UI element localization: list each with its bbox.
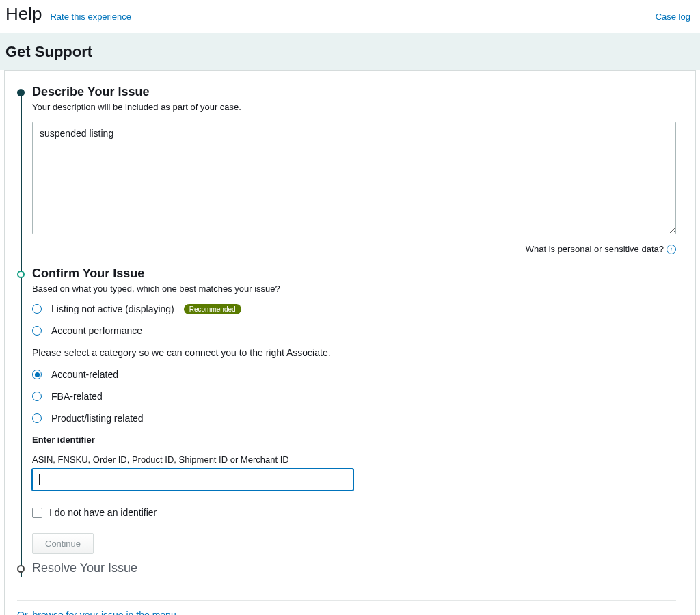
match-option-account-performance[interactable]: Account performance <box>32 325 676 336</box>
step-marker-filled-icon <box>17 89 25 96</box>
match-option-listing-not-active[interactable]: Listing not active (displaying) Recommen… <box>32 303 676 314</box>
footer-link-row: Or, browse for your issue in the menu <box>17 600 676 615</box>
identifier-input[interactable] <box>32 469 353 491</box>
step-marker-pending-icon <box>17 565 25 573</box>
step-describe-subtitle: Your description will be included as par… <box>32 102 676 112</box>
step-marker-active-icon <box>17 271 25 278</box>
step-connector-line <box>21 94 22 277</box>
radio-icon[interactable] <box>32 326 42 336</box>
identifier-sublabel: ASIN, FNSKU, Order ID, Product ID, Shipm… <box>32 454 676 465</box>
browse-menu-link[interactable]: Or, browse for your issue in the menu <box>17 610 176 615</box>
category-option-account-related[interactable]: Account-related <box>32 369 676 380</box>
header-left: Help Rate this experience <box>5 3 131 25</box>
radio-label: FBA-related <box>51 391 103 402</box>
no-identifier-checkbox[interactable] <box>32 508 42 518</box>
steps-container: Describe Your Issue Your description wil… <box>17 85 676 575</box>
radio-label: Account performance <box>51 325 142 336</box>
step-connector-line <box>21 276 22 577</box>
page-title: Help <box>5 3 42 25</box>
category-option-product-listing-related[interactable]: Product/listing related <box>32 413 676 424</box>
radio-icon[interactable] <box>32 392 42 401</box>
step-resolve-title: Resolve Your Issue <box>32 561 676 575</box>
radio-icon[interactable] <box>32 304 42 314</box>
category-prompt: Please select a category so we can conne… <box>32 347 676 358</box>
radio-label: Listing not active (displaying) <box>51 303 174 314</box>
main-panel: Describe Your Issue Your description wil… <box>4 70 696 615</box>
issue-description-textarea[interactable] <box>32 122 676 234</box>
continue-button[interactable]: Continue <box>32 533 94 554</box>
step-resolve: Resolve Your Issue <box>17 561 676 575</box>
recommended-badge: Recommended <box>184 304 241 314</box>
radio-icon[interactable] <box>32 413 42 423</box>
step-confirm-subtitle: Based on what you typed, which one best … <box>32 284 676 294</box>
step-confirm-title: Confirm Your Issue <box>32 266 676 281</box>
identifier-label: Enter identifier <box>32 435 676 445</box>
text-caret-icon <box>39 474 40 485</box>
radio-icon[interactable] <box>32 370 42 379</box>
case-log-link[interactable]: Case log <box>656 12 690 22</box>
rate-experience-link[interactable]: Rate this experience <box>50 12 131 22</box>
sensitive-data-link[interactable]: What is personal or sensitive data? <box>526 244 664 254</box>
no-identifier-row[interactable]: I do not have an identifier <box>32 507 676 518</box>
no-identifier-label: I do not have an identifier <box>49 507 157 518</box>
sensitive-data-row: What is personal or sensitive data? i <box>32 244 676 254</box>
radio-label: Account-related <box>51 369 118 380</box>
step-describe: Describe Your Issue Your description wil… <box>17 85 676 266</box>
category-option-fba-related[interactable]: FBA-related <box>32 391 676 402</box>
radio-label: Product/listing related <box>51 413 144 424</box>
subheader: Get Support <box>0 33 700 70</box>
step-describe-title: Describe Your Issue <box>32 85 676 99</box>
top-header: Help Rate this experience Case log <box>0 0 700 33</box>
get-support-title: Get Support <box>5 43 695 61</box>
info-icon[interactable]: i <box>667 245 676 254</box>
step-confirm: Confirm Your Issue Based on what you typ… <box>17 266 676 561</box>
